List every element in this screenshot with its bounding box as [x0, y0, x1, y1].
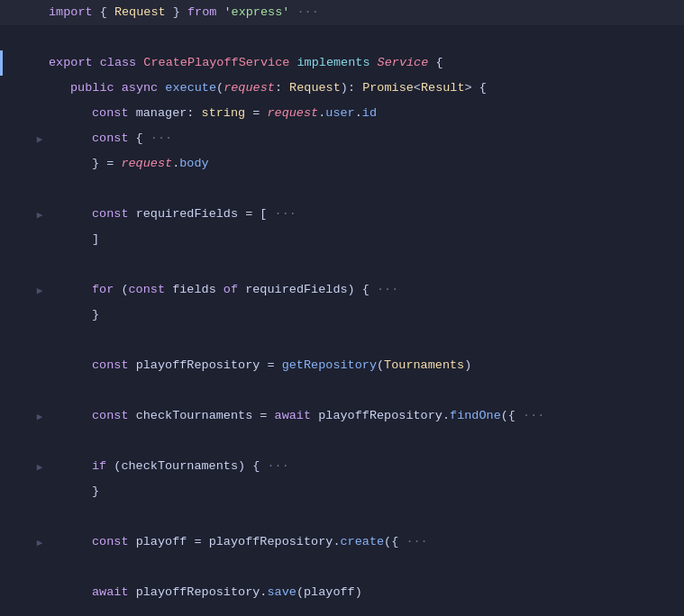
code-line: [0, 504, 684, 530]
line-content: [47, 177, 684, 201]
code-line: [0, 252, 684, 277]
line-content: public async execute(request: Request): …: [47, 77, 684, 100]
code-line: import { Request } from 'express' ···: [0, 0, 684, 25]
code-line: [0, 25, 684, 50]
code-line: ]: [0, 227, 684, 252]
code-line: public async execute(request: Request): …: [0, 76, 684, 101]
line-content: } = request.body: [47, 152, 684, 176]
code-line: }: [0, 479, 684, 504]
code-line: const manager: string = request.user.id: [0, 101, 684, 126]
code-line: const playoffRepository = getRepository(…: [0, 353, 684, 378]
code-line: for (const fields of requiredFields) { ·…: [0, 277, 684, 303]
line-content: [47, 379, 684, 403]
line-content: [47, 253, 684, 276]
code-line: [0, 605, 684, 616]
line-content: import { Request } from 'express' ···: [47, 1, 684, 24]
line-content: [47, 505, 684, 529]
line-content: }: [47, 480, 684, 503]
code-editor: import { Request } from 'express' ··· ex…: [0, 0, 684, 616]
code-line: [0, 429, 684, 454]
code-line: [0, 177, 684, 202]
fold-arrow[interactable]: [32, 133, 47, 145]
line-content: const playoffRepository = getRepository(…: [47, 354, 684, 377]
line-content: const requiredFields = [ ···: [47, 203, 684, 226]
code-line: [0, 328, 684, 353]
code-line: [0, 555, 684, 580]
line-content: await playoffRepository.save(playoff): [47, 581, 684, 604]
line-content: const { ···: [47, 127, 684, 150]
code-line: const checkTournaments = await playoffRe…: [0, 403, 684, 429]
line-content: const checkTournaments = await playoffRe…: [47, 404, 684, 428]
line-content: ]: [47, 228, 684, 251]
line-content: [47, 26, 684, 50]
line-content: const playoff = playoffRepository.create…: [47, 530, 684, 554]
line-content: for (const fields of requiredFields) { ·…: [47, 278, 684, 302]
line-content: export class CreatePlayoffService implem…: [47, 51, 684, 75]
code-line: const requiredFields = [ ···: [0, 202, 684, 227]
line-content: [47, 329, 684, 352]
line-content: if (checkTournaments) { ···: [47, 455, 684, 478]
code-line: const playoff = playoffRepository.create…: [0, 530, 684, 555]
git-change-bar: [0, 50, 3, 76]
line-content: }: [47, 303, 684, 327]
code-line: export class CreatePlayoffService implem…: [0, 50, 684, 76]
fold-arrow[interactable]: [32, 209, 47, 221]
line-content: [47, 556, 684, 579]
fold-arrow[interactable]: [32, 461, 47, 473]
fold-arrow[interactable]: [32, 411, 47, 422]
fold-arrow[interactable]: [32, 537, 47, 548]
code-line: await playoffRepository.save(playoff): [0, 580, 684, 605]
line-content: const manager: string = request.user.id: [47, 102, 684, 125]
code-line: const { ···: [0, 126, 684, 151]
code-line: if (checkTournaments) { ···: [0, 454, 684, 479]
code-line: }: [0, 303, 684, 328]
code-line: [0, 378, 684, 403]
code-line: } = request.body: [0, 151, 684, 177]
fold-arrow[interactable]: [32, 285, 47, 296]
line-content: [47, 430, 684, 453]
line-content: [47, 606, 684, 616]
